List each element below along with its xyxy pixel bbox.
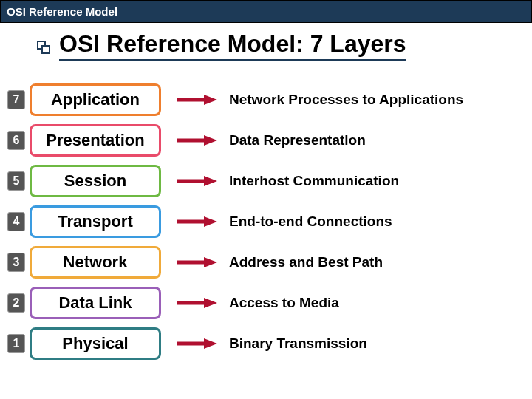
layer-name: Session — [64, 171, 126, 191]
layer-number: 6 — [7, 131, 25, 150]
layer-row: 6 Presentation Data Representation — [7, 120, 525, 160]
layer-name: Data Link — [58, 293, 132, 313]
layer-name: Transport — [58, 212, 132, 231]
layer-name-box: Network — [30, 246, 161, 279]
header-title: OSI Reference Model — [7, 5, 117, 18]
arrow-icon — [176, 174, 220, 188]
layer-number: 7 — [7, 90, 25, 109]
layer-row: 3 Network Address and Best Path — [7, 242, 525, 282]
page-header: OSI Reference Model — [0, 0, 532, 23]
layer-number: 5 — [7, 171, 25, 191]
layer-name: Presentation — [46, 131, 144, 150]
layer-name-box: Data Link — [30, 287, 161, 319]
page-title: OSI Reference Model: 7 Layers — [59, 30, 406, 61]
layer-desc: End-to-end Connections — [229, 214, 392, 230]
layer-name-box: Physical — [30, 327, 161, 360]
layer-row: 1 Physical Binary Transmission — [7, 323, 525, 364]
layer-name: Physical — [62, 334, 128, 353]
layer-number: 3 — [7, 253, 25, 272]
layer-name-box: Application — [30, 83, 161, 116]
arrow-icon — [176, 134, 220, 147]
layer-name-box: Presentation — [30, 124, 161, 157]
layer-desc: Binary Transmission — [229, 335, 367, 352]
layer-number: 1 — [7, 334, 25, 353]
arrow-icon — [176, 296, 220, 310]
layer-desc: Network Processes to Applications — [229, 92, 463, 108]
bullet-icon — [37, 41, 52, 51]
layer-name: Application — [51, 90, 140, 109]
arrow-icon — [176, 215, 220, 228]
layer-number: 2 — [7, 293, 25, 313]
layer-row: 4 Transport End-to-end Connections — [7, 201, 525, 242]
layer-desc: Data Representation — [229, 132, 366, 149]
layer-name-box: Transport — [30, 205, 161, 238]
layers-container: 7 Application Network Processes to Appli… — [0, 66, 532, 364]
layer-row: 7 Application Network Processes to Appli… — [7, 79, 525, 120]
title-row: OSI Reference Model: 7 Layers — [0, 23, 532, 66]
layer-desc: Interhost Communication — [229, 173, 399, 189]
arrow-icon — [176, 256, 220, 269]
layer-name: Network — [64, 253, 128, 272]
arrow-icon — [176, 337, 220, 350]
arrow-icon — [176, 93, 220, 106]
layer-desc: Address and Best Path — [229, 254, 383, 270]
layer-desc: Access to Media — [229, 295, 339, 311]
layer-row: 2 Data Link Access to Media — [7, 282, 525, 323]
layer-number: 4 — [7, 212, 25, 231]
layer-name-box: Session — [30, 165, 161, 197]
layer-row: 5 Session Interhost Communication — [7, 160, 525, 201]
